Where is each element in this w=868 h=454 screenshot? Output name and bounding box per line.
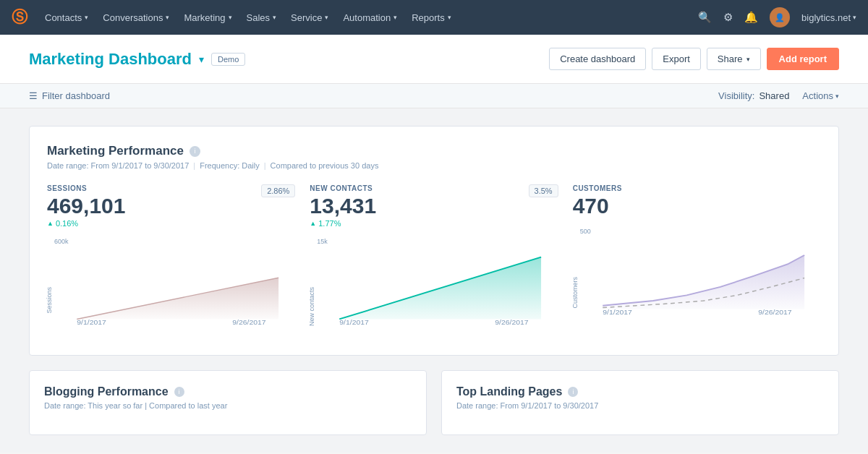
chevron-down-icon: ▾ <box>85 14 88 21</box>
y-label-contacts: New contacts <box>308 287 315 326</box>
filter-right: Visibility: Shared Actions ▾ <box>718 90 839 101</box>
chevron-down-icon: ▾ <box>325 14 328 21</box>
filter-lines-icon: ☰ <box>29 90 38 101</box>
metric-customers: CUSTOMERS 470 500 Customers <box>573 184 821 338</box>
top-landing-pages-card: Top Landing Pages i Date range: From 9/1… <box>441 370 839 435</box>
nav-items: Contacts ▾ Conversations ▾ Marketing ▾ S… <box>38 0 698 35</box>
filter-dashboard-btn[interactable]: ☰ Filter dashboard <box>29 90 110 101</box>
contacts-change: ▲ 1.77% <box>310 219 376 228</box>
settings-icon[interactable]: ⚙ <box>723 11 733 24</box>
actions-button[interactable]: Actions ▾ <box>802 90 839 101</box>
chevron-down-icon: ▾ <box>229 14 232 21</box>
nav-item-reports[interactable]: Reports ▾ <box>404 0 459 35</box>
info-icon[interactable]: i <box>190 146 200 157</box>
y-axis-max-contacts: 15k <box>317 238 328 245</box>
blogging-performance-card: Blogging Performance i Date range: This … <box>29 370 427 435</box>
title-chevron-icon[interactable]: ▾ <box>199 53 204 65</box>
metrics-charts: SESSIONS 469,101 ▲ 0.16% 2.86% 600k Sess… <box>47 184 821 338</box>
sessions-label: SESSIONS <box>47 184 125 192</box>
y-label-customers: Customers <box>571 277 579 309</box>
sessions-chart: 600k Sessions 9/1/2017 <box>47 236 295 338</box>
add-report-button[interactable]: Add report <box>767 48 839 70</box>
blogging-title: Blogging Performance <box>44 385 169 398</box>
svg-text:9/26/2017: 9/26/2017 <box>495 319 529 326</box>
nav-right: 🔍 ⚙ 🔔 👤 biglytics.net ▾ <box>698 7 856 27</box>
share-button[interactable]: Share ▾ <box>707 48 761 70</box>
page-title-area: Marketing Dashboard ▾ Demo <box>29 50 245 69</box>
nav-item-contacts[interactable]: Contacts ▾ <box>38 0 95 35</box>
contacts-label: NEW CONTACTS <box>310 184 376 192</box>
chevron-down-icon: ▾ <box>853 14 856 21</box>
hubspot-logo[interactable]: Ⓢ <box>12 7 27 28</box>
up-arrow-icon: ▲ <box>310 220 316 227</box>
svg-text:9/1/2017: 9/1/2017 <box>340 319 370 326</box>
nav-item-service[interactable]: Service ▾ <box>284 0 336 35</box>
contacts-chart: 15k New contacts 9/1/2017 <box>310 236 558 338</box>
nav-item-automation[interactable]: Automation ▾ <box>336 0 404 35</box>
card-meta: Date range: From 9/1/2017 to 9/30/2017 |… <box>47 161 821 170</box>
search-icon[interactable]: 🔍 <box>698 11 712 24</box>
svg-text:9/26/2017: 9/26/2017 <box>232 319 265 326</box>
visibility-value: Shared <box>759 90 789 101</box>
page: Marketing Dashboard ▾ Demo Create dashbo… <box>0 35 868 453</box>
card-title: Marketing Performance <box>47 144 184 158</box>
svg-text:9/26/2017: 9/26/2017 <box>758 309 791 316</box>
export-button[interactable]: Export <box>652 48 701 70</box>
contacts-chart-svg: 9/1/2017 9/26/2017 <box>310 236 558 338</box>
svg-text:9/1/2017: 9/1/2017 <box>603 309 632 316</box>
metric-new-contacts: NEW CONTACTS 13,431 ▲ 1.77% 3.5% 15k New… <box>310 184 558 338</box>
sessions-change: ▲ 0.16% <box>47 219 125 228</box>
demo-badge: Demo <box>211 53 245 66</box>
sessions-badge: 2.86% <box>261 184 295 197</box>
customers-value: 470 <box>573 194 622 218</box>
nav-item-sales[interactable]: Sales ▾ <box>239 0 284 35</box>
bottom-row: Blogging Performance i Date range: This … <box>29 370 839 435</box>
landing-pages-title: Top Landing Pages <box>456 385 562 398</box>
metric-sessions: SESSIONS 469,101 ▲ 0.16% 2.86% 600k Sess… <box>47 184 295 338</box>
y-label-sessions: Sessions <box>46 287 53 314</box>
up-arrow-icon: ▲ <box>47 220 54 227</box>
chevron-down-icon: ▾ <box>273 14 276 21</box>
username[interactable]: biglytics.net ▾ <box>801 12 856 23</box>
top-nav: Ⓢ Contacts ▾ Conversations ▾ Marketing ▾… <box>0 0 868 35</box>
sessions-chart-svg: 9/1/2017 9/26/2017 <box>47 236 295 338</box>
contacts-badge: 3.5% <box>529 184 558 197</box>
customers-chart: 500 Customers <box>573 226 821 327</box>
y-axis-max-customers: 500 <box>580 228 591 235</box>
avatar[interactable]: 👤 <box>770 7 790 27</box>
chevron-down-icon: ▾ <box>835 93 839 100</box>
card-header: Marketing Performance i <box>47 144 821 158</box>
header-actions: Create dashboard Export Share ▾ Add repo… <box>549 48 839 70</box>
contacts-value: 13,431 <box>310 194 376 218</box>
page-title: Marketing Dashboard <box>29 50 192 69</box>
notifications-icon[interactable]: 🔔 <box>744 11 758 24</box>
nav-item-marketing[interactable]: Marketing ▾ <box>176 0 239 35</box>
main-content: Marketing Performance i Date range: From… <box>0 108 868 453</box>
filter-bar: ☰ Filter dashboard Visibility: Shared Ac… <box>0 84 868 108</box>
chevron-down-icon: ▾ <box>448 14 451 21</box>
sessions-value: 469,101 <box>47 194 125 218</box>
y-axis-max-sessions: 600k <box>54 238 69 245</box>
page-header: Marketing Dashboard ▾ Demo Create dashbo… <box>0 35 868 84</box>
chevron-down-icon: ▾ <box>393 14 397 21</box>
nav-item-conversations[interactable]: Conversations ▾ <box>95 0 176 35</box>
chevron-down-icon: ▾ <box>166 14 169 21</box>
marketing-performance-card: Marketing Performance i Date range: From… <box>29 126 839 356</box>
blogging-meta: Date range: This year so far | Compared … <box>44 401 412 410</box>
chevron-down-icon: ▾ <box>746 56 750 63</box>
info-icon[interactable]: i <box>174 387 184 397</box>
customers-chart-svg: 9/1/2017 9/26/2017 <box>573 226 821 327</box>
customers-label: CUSTOMERS <box>573 184 622 192</box>
info-icon[interactable]: i <box>568 387 578 397</box>
create-dashboard-button[interactable]: Create dashboard <box>549 48 646 70</box>
svg-text:9/1/2017: 9/1/2017 <box>77 319 106 326</box>
landing-pages-meta: Date range: From 9/1/2017 to 9/30/2017 <box>456 401 824 410</box>
